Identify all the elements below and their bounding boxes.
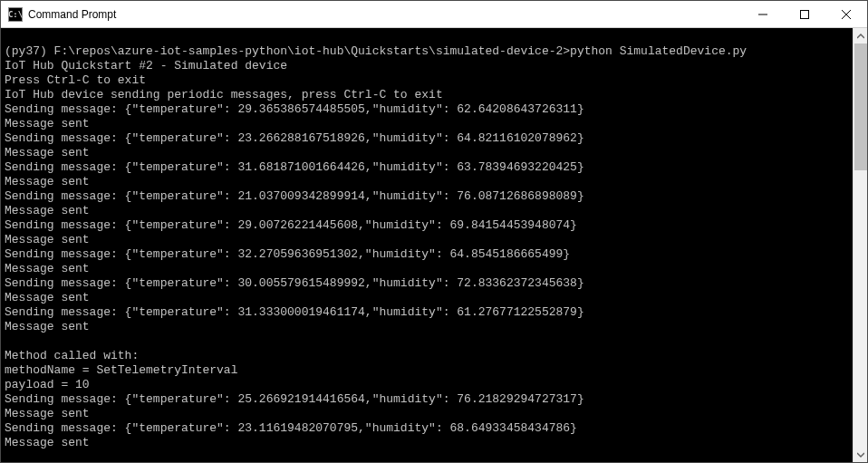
maximize-button[interactable]: [784, 1, 825, 27]
scroll-down-button[interactable]: [854, 447, 867, 462]
app-icon: C:\: [8, 7, 23, 22]
scrollbar[interactable]: [853, 28, 867, 462]
titlebar[interactable]: C:\ Command Prompt: [1, 1, 867, 28]
terminal-output[interactable]: (py37) F:\repos\azure-iot-samples-python…: [1, 28, 853, 462]
scroll-up-button[interactable]: [854, 28, 867, 43]
close-icon: [842, 10, 851, 19]
window: C:\ Command Prompt (py37) F:\repos\azure…: [0, 0, 868, 463]
chevron-up-icon: [857, 33, 864, 40]
close-button[interactable]: [825, 1, 867, 27]
chevron-down-icon: [857, 451, 864, 458]
maximize-icon: [800, 10, 809, 19]
minimize-icon: [758, 10, 767, 19]
content-area: (py37) F:\repos\azure-iot-samples-python…: [1, 28, 867, 462]
window-title: Command Prompt: [28, 8, 742, 21]
minimize-button[interactable]: [742, 1, 784, 27]
svg-rect-1: [801, 10, 809, 18]
window-controls: [742, 1, 867, 27]
scroll-thumb[interactable]: [854, 43, 867, 170]
